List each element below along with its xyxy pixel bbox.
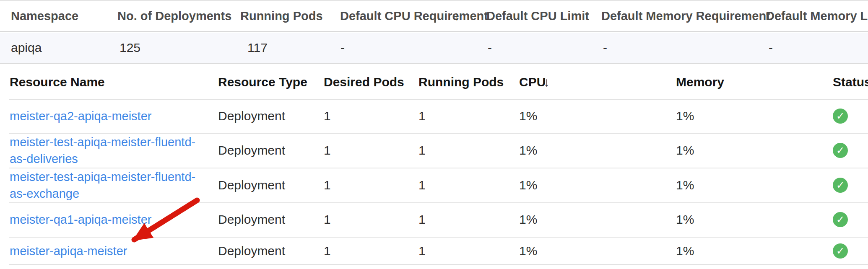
sort-descending-icon[interactable]: ↓ — [454, 9, 460, 23]
column-header-default-cpu-requirement[interactable]: Default CPU Requirement — [340, 9, 488, 23]
cpu-percent: 1% — [519, 143, 537, 158]
row-divider — [9, 99, 868, 100]
memory-percent: 1% — [676, 143, 694, 158]
column-header-resource-type[interactable]: Resource Type — [218, 75, 307, 89]
default-memory-requirement: - — [603, 41, 607, 55]
namespace-dashboard: Namespace No. of Deployments Running Pod… — [0, 0, 868, 269]
cpu-percent: 1% — [519, 244, 537, 258]
resource-link-meister-test-apiqa-meister-fluentd-as-deliveries[interactable]: meister-test-apiqa-meister-fluentd-as-de… — [10, 134, 212, 167]
column-header-memory[interactable]: Memory — [676, 75, 724, 89]
resource-type: Deployment — [218, 212, 285, 227]
desired-pods: 1 — [324, 109, 331, 123]
table-row: meister-test-apiqa-meister-fluentd-as-ex… — [0, 168, 868, 202]
running-pods-count: 117 — [247, 41, 268, 55]
table-row: meister-test-apiqa-meister-fluentd-as-de… — [0, 133, 868, 168]
namespace-row-apiqa[interactable]: apiqa 125 117 - - - - — [0, 33, 868, 64]
column-header-cpu[interactable]: CPU — [519, 75, 546, 89]
table-row: meister-qa2-apiqa-meister Deployment 1 1… — [0, 99, 868, 133]
status-healthy-icon: ✓ — [833, 178, 848, 193]
desired-pods: 1 — [324, 212, 331, 227]
running-pods: 1 — [418, 244, 426, 258]
column-header-default-memory-requirement[interactable]: Default Memory Requirement — [601, 9, 770, 23]
resource-link-meister-qa2-apiqa-meister[interactable]: meister-qa2-apiqa-meister — [10, 108, 212, 124]
column-header-default-cpu-limit[interactable]: Default CPU Limit — [486, 9, 589, 23]
resource-link-meister-qa1-apiqa-meister[interactable]: meister-qa1-apiqa-meister — [10, 211, 212, 228]
column-header-namespace[interactable]: Namespace — [11, 9, 78, 23]
column-header-running-pods[interactable]: Running Pods — [418, 75, 504, 89]
resource-type: Deployment — [218, 143, 285, 158]
status-healthy-icon: ✓ — [833, 109, 848, 124]
status-healthy-icon: ✓ — [833, 212, 848, 227]
resource-type: Deployment — [218, 109, 285, 123]
desired-pods: 1 — [324, 178, 331, 192]
resource-type: Deployment — [218, 178, 285, 192]
default-memory-limit: - — [769, 41, 773, 55]
namespace-name: apiqa — [11, 41, 42, 55]
table-row: meister-apiqa-meister Deployment 1 1 1% … — [0, 237, 868, 265]
sort-descending-icon[interactable]: ↓ — [543, 75, 550, 89]
column-header-status[interactable]: Status — [833, 75, 868, 89]
deployments-count: 125 — [120, 41, 140, 55]
namespace-table-header-row: Namespace No. of Deployments Running Pod… — [0, 0, 868, 32]
memory-percent: 1% — [676, 212, 694, 227]
cpu-percent: 1% — [519, 178, 537, 192]
running-pods: 1 — [418, 109, 426, 123]
running-pods: 1 — [418, 212, 426, 227]
default-cpu-requirement: - — [340, 41, 345, 55]
row-divider — [9, 202, 868, 203]
resource-table-header-row: Resource Name Resource Type Desired Pods… — [0, 65, 868, 99]
cpu-percent: 1% — [519, 109, 537, 123]
column-header-resource-name[interactable]: Resource Name — [10, 74, 212, 91]
default-cpu-limit: - — [488, 41, 492, 55]
status-healthy-icon: ✓ — [833, 243, 848, 259]
status-healthy-icon: ✓ — [833, 143, 848, 158]
desired-pods: 1 — [324, 143, 331, 158]
column-header-running-pods[interactable]: Running Pods — [240, 9, 323, 23]
resource-link-meister-apiqa-meister[interactable]: meister-apiqa-meister — [10, 243, 212, 259]
resource-link-meister-test-apiqa-meister-fluentd-as-exchange[interactable]: meister-test-apiqa-meister-fluentd-as-ex… — [10, 168, 212, 202]
running-pods: 1 — [418, 143, 426, 158]
column-header-default-memory-limit[interactable]: Default Memory Limit — [766, 9, 868, 23]
resource-table-body: meister-qa2-apiqa-meister Deployment 1 1… — [0, 99, 868, 265]
memory-percent: 1% — [676, 109, 694, 123]
running-pods: 1 — [418, 178, 426, 192]
resource-type: Deployment — [218, 244, 285, 258]
cpu-percent: 1% — [519, 212, 537, 227]
row-divider — [9, 237, 868, 238]
desired-pods: 1 — [324, 244, 331, 258]
table-row: meister-qa1-apiqa-meister Deployment 1 1… — [0, 202, 868, 237]
column-header-no-of-deployments[interactable]: No. of Deployments — [117, 9, 231, 23]
column-header-desired-pods[interactable]: Desired Pods — [324, 75, 404, 89]
memory-percent: 1% — [676, 178, 694, 192]
memory-percent: 1% — [676, 244, 694, 258]
